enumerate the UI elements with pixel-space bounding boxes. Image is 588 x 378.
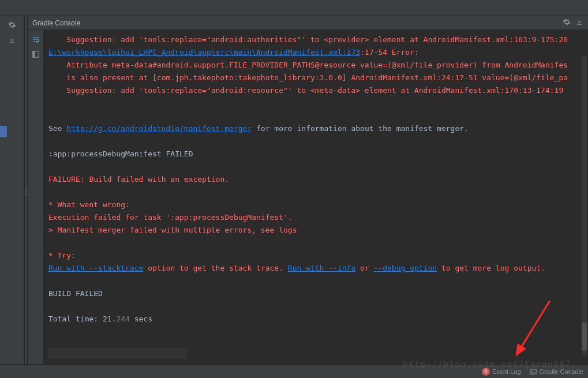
console-output[interactable]: Suggestion: add 'tools:replace="android:… bbox=[44, 30, 588, 364]
console-header-actions bbox=[563, 18, 583, 28]
console-line: Suggestion: add 'tools:replace="android:… bbox=[48, 35, 568, 44]
console-line: Total time: 21. bbox=[48, 315, 116, 323]
console-hide-button[interactable] bbox=[575, 18, 583, 28]
gradle-console-button[interactable]: Gradle Console bbox=[529, 368, 583, 376]
console-toolbar bbox=[28, 30, 44, 364]
console-line: secs bbox=[130, 315, 152, 323]
left-tab-selection bbox=[0, 126, 7, 137]
console-line: BUILD FAILED bbox=[48, 289, 103, 298]
console-title: Gradle Console bbox=[32, 19, 80, 27]
menu-bar-strip bbox=[0, 0, 588, 16]
console-line: is also present at [com.jph.takephoto:ta… bbox=[48, 73, 568, 82]
console-line: option to get the stack trace. bbox=[143, 264, 287, 272]
console-line: for more information about the manifest … bbox=[252, 124, 469, 133]
vertical-scrollbar-track[interactable] bbox=[582, 55, 587, 355]
soft-wrap-button[interactable] bbox=[30, 33, 42, 45]
console-line: :17-54 Error: bbox=[360, 48, 419, 57]
console-line: Execution failed for task ':app:processD… bbox=[48, 213, 293, 222]
download-button[interactable] bbox=[6, 33, 18, 46]
layout-icon bbox=[32, 50, 40, 58]
console-settings-button[interactable] bbox=[563, 18, 571, 28]
event-log-label: Event Log bbox=[492, 368, 521, 375]
vertical-scrollbar-thumb[interactable] bbox=[582, 322, 587, 351]
console-icon bbox=[529, 368, 537, 376]
event-log-button[interactable]: 6 Event Log bbox=[482, 368, 521, 376]
download-icon bbox=[575, 18, 583, 26]
gear-icon bbox=[563, 18, 571, 26]
console-line: * Try: bbox=[48, 251, 76, 260]
left-tool-gutter bbox=[0, 16, 24, 364]
console-header: Gradle Console bbox=[28, 16, 588, 30]
main-region: Gradle Console Suggestion: add 'to bbox=[0, 16, 588, 364]
merger-doc-link[interactable]: http://g.co/androidstudio/manifest-merge… bbox=[66, 124, 252, 133]
console-line: 244 bbox=[116, 315, 129, 323]
console-line: > Manifest merger failed with multiple e… bbox=[48, 226, 297, 234]
console-line: or bbox=[355, 264, 373, 272]
scroll-to-end-button[interactable] bbox=[30, 48, 42, 60]
console-line: * What went wrong: bbox=[48, 200, 130, 209]
console-line: FAILURE: Build failed with an exception. bbox=[48, 175, 229, 184]
svg-rect-2 bbox=[530, 369, 536, 373]
console-line: to get more log output. bbox=[437, 264, 545, 272]
selection-block bbox=[48, 348, 187, 358]
debug-link[interactable]: --debug option bbox=[374, 264, 437, 272]
gradle-console-panel: Gradle Console Suggestion: add 'to bbox=[28, 16, 588, 364]
event-count-badge: 6 bbox=[482, 368, 490, 376]
console-body: Suggestion: add 'tools:replace="android:… bbox=[28, 30, 588, 364]
console-line: :app:processDebugManifest FAILED bbox=[48, 149, 193, 158]
file-link[interactable]: E:\workhouse\laihui_LHPC_Android\app\src… bbox=[48, 48, 360, 57]
gear-icon bbox=[8, 21, 16, 29]
vertical-splitter[interactable] bbox=[24, 16, 28, 364]
wrap-icon bbox=[32, 35, 40, 43]
console-line: Suggestion: add 'tools:replace="android:… bbox=[48, 86, 568, 95]
stacktrace-link[interactable]: Run with --stacktrace bbox=[48, 264, 143, 272]
status-bar: 6 Event Log Gradle Console bbox=[0, 364, 588, 378]
svg-rect-1 bbox=[32, 51, 35, 58]
settings-button[interactable] bbox=[6, 18, 18, 31]
gradle-console-label: Gradle Console bbox=[540, 368, 583, 375]
console-line: Attribute meta-data#android.support.FILE… bbox=[48, 61, 568, 69]
download-icon bbox=[8, 36, 16, 44]
console-line: See bbox=[48, 124, 66, 133]
info-link[interactable]: Run with --info bbox=[288, 264, 355, 272]
